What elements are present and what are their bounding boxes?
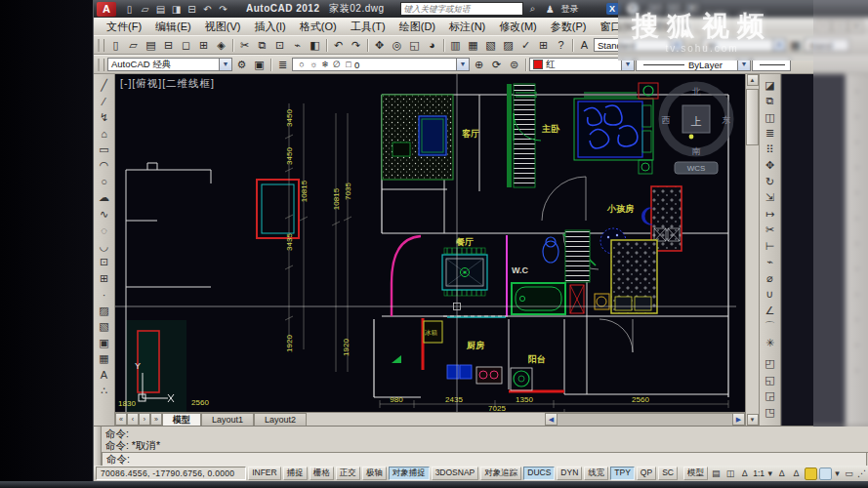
circle-icon[interactable]: ○ xyxy=(96,174,112,190)
workspace-combo[interactable]: AutoCAD 经典 ▼ xyxy=(107,58,232,71)
zoom-window-icon[interactable]: ◱ xyxy=(406,38,423,53)
region-icon[interactable]: ▣ xyxy=(96,335,112,351)
chevron-down-icon[interactable]: ▼ xyxy=(456,59,469,70)
menu-tools[interactable]: 工具(T) xyxy=(344,20,393,34)
erase-icon[interactable]: ◪ xyxy=(762,77,778,94)
docked-toolbar-icon[interactable]: ▫ xyxy=(848,78,865,103)
docked-toolbar-icon[interactable]: ▫ xyxy=(848,281,865,306)
new-file-icon[interactable]: ▯ xyxy=(122,2,137,16)
spline-icon[interactable]: ∿ xyxy=(96,206,112,223)
insert-block-icon[interactable]: ⊡ xyxy=(96,255,112,271)
undo-icon[interactable]: ↶ xyxy=(200,2,215,16)
scale-icon[interactable]: ⇲ xyxy=(762,190,778,207)
toggle-grid[interactable]: 栅格 xyxy=(310,467,334,480)
toggle-lineweight[interactable]: 线宽 xyxy=(584,467,608,480)
move-icon[interactable]: ✥ xyxy=(762,158,778,175)
layer-on-icon[interactable]: ○ xyxy=(296,58,308,72)
block-editor-icon[interactable]: ◧ xyxy=(307,38,323,53)
zoom-previous-icon[interactable]: ◕ xyxy=(424,38,440,53)
docked-toolbar-icon[interactable]: ▫ xyxy=(848,205,865,230)
ellipse-icon[interactable]: ◌ xyxy=(96,223,112,239)
annotation-scale-value[interactable]: 1:1 xyxy=(753,468,765,478)
drawing-canvas[interactable]: [-][俯视][二维线框] xyxy=(115,74,745,412)
horizontal-scrollbar[interactable]: ◀ ▶ xyxy=(545,413,745,426)
linetype-combo[interactable]: ByLayer ▼ xyxy=(636,58,751,71)
scroll-left-icon[interactable]: ◀ xyxy=(545,413,558,426)
cut-icon[interactable]: ✂ xyxy=(236,38,253,53)
properties-icon[interactable]: ▥ xyxy=(447,38,464,53)
layer-freeze-icon[interactable]: ❄ xyxy=(319,58,331,72)
gradient-icon[interactable]: ▧ xyxy=(96,319,112,336)
polygon-icon[interactable]: ⌂ xyxy=(96,126,112,142)
break-icon[interactable]: ⌀ xyxy=(762,270,778,287)
tab-layout1[interactable]: Layout1 xyxy=(201,413,254,426)
match-properties-icon[interactable]: ⌁ xyxy=(289,38,306,53)
line-icon[interactable]: ╱ xyxy=(96,77,112,94)
search-input[interactable] xyxy=(400,2,523,16)
dim-style-icon[interactable]: ↔ xyxy=(684,38,701,53)
pan-icon[interactable]: ✥ xyxy=(371,38,388,53)
menu-modify[interactable]: 修改(M) xyxy=(492,20,544,34)
publish-icon[interactable]: ⊞ xyxy=(195,38,212,53)
hatch-icon[interactable]: ▨ xyxy=(96,303,112,319)
resize-grip-icon[interactable]: ⋰ xyxy=(857,468,866,479)
scrollbar-thumb[interactable] xyxy=(746,89,759,145)
quick-view-layouts-icon[interactable]: ▤ xyxy=(710,468,723,479)
text-style-combo[interactable]: Standard ▼ xyxy=(594,38,683,52)
draworder-back-icon[interactable]: ◱ xyxy=(762,372,778,388)
polyline-icon[interactable]: ↯ xyxy=(96,109,112,126)
table-icon[interactable]: ▦ xyxy=(96,351,112,368)
scroll-up-icon[interactable]: ▲ xyxy=(747,74,759,86)
chevron-down-icon[interactable]: ▼ xyxy=(772,39,785,51)
dim-style-combo[interactable]: 30 ▼ xyxy=(702,38,786,52)
multiline-text-icon[interactable]: A xyxy=(96,367,112,384)
menu-view[interactable]: 视图(V) xyxy=(198,20,248,34)
open-file-icon[interactable]: ▱ xyxy=(125,38,142,53)
doc-minimize-button[interactable]: ─ xyxy=(815,20,831,33)
maximize-button[interactable]: □ xyxy=(665,2,682,17)
designcenter-icon[interactable]: ▦ xyxy=(465,38,481,53)
lineweight-combo[interactable] xyxy=(752,58,791,71)
toggle-otrack[interactable]: 对象追踪 xyxy=(480,467,521,480)
tab-prev-icon[interactable]: ‹ xyxy=(127,413,139,426)
draworder-under-icon[interactable]: ◳ xyxy=(762,404,778,421)
point-icon[interactable]: · xyxy=(96,287,112,304)
save-as-icon[interactable]: ◨ xyxy=(169,2,184,16)
offset-icon[interactable]: ≣ xyxy=(762,126,778,142)
workspace-settings-icon[interactable]: ⚙ xyxy=(233,58,250,72)
toggle-selection-cycling[interactable]: SC xyxy=(658,467,678,480)
clean-screen-icon[interactable]: ▭ xyxy=(843,468,855,479)
docked-toolbar-icon[interactable]: ▫ xyxy=(848,180,865,205)
open-file-icon[interactable]: ▱ xyxy=(138,2,152,16)
chevron-down-icon[interactable]: ▼ xyxy=(670,39,682,51)
array-icon[interactable]: ⠿ xyxy=(762,142,778,158)
toggle-quick-properties[interactable]: QP xyxy=(637,467,656,480)
annotation-scale-icon[interactable]: ∆ xyxy=(738,468,751,479)
markup-icon[interactable]: ✓ xyxy=(517,38,534,53)
construction-line-icon[interactable]: ⁄ xyxy=(96,94,112,110)
docked-toolbar-icon[interactable]: ▫ xyxy=(848,357,865,383)
toolbar-grip[interactable] xyxy=(98,59,104,71)
draworder-front-icon[interactable]: ◰ xyxy=(762,356,778,373)
make-layer-current-icon[interactable]: ⊕ xyxy=(471,58,487,72)
toolbar-grip[interactable] xyxy=(98,39,104,52)
revision-cloud-icon[interactable]: ☁ xyxy=(96,190,112,207)
menu-dimension[interactable]: 标注(N) xyxy=(442,20,492,34)
menu-file[interactable]: 文件(F) xyxy=(100,20,148,34)
command-input[interactable]: 命令: xyxy=(102,453,867,467)
break-at-point-icon[interactable]: ⌁ xyxy=(762,255,778,271)
stretch-icon[interactable]: ↦ xyxy=(762,206,778,223)
search-binoculars-icon[interactable]: ⌕ xyxy=(525,2,541,16)
docked-toolbar-icon[interactable]: ▫ xyxy=(848,306,865,332)
paste-icon[interactable]: ⊡ xyxy=(271,38,288,53)
scrollbar-track[interactable] xyxy=(558,413,732,426)
mirror-icon[interactable]: ◫ xyxy=(762,109,778,126)
toggle-ducs[interactable]: DUCS xyxy=(523,467,555,480)
fillet-icon[interactable]: ⌒ xyxy=(762,319,778,336)
scroll-right-icon[interactable]: ▶ xyxy=(732,413,745,426)
tab-model[interactable]: 模型 xyxy=(162,413,201,426)
menu-edit[interactable]: 编辑(E) xyxy=(148,20,198,34)
menu-window[interactable]: 窗口(W) xyxy=(593,20,645,34)
layer-manager-icon[interactable]: ≣ xyxy=(274,58,291,72)
toggle-dyn[interactable]: DYN xyxy=(557,467,582,480)
